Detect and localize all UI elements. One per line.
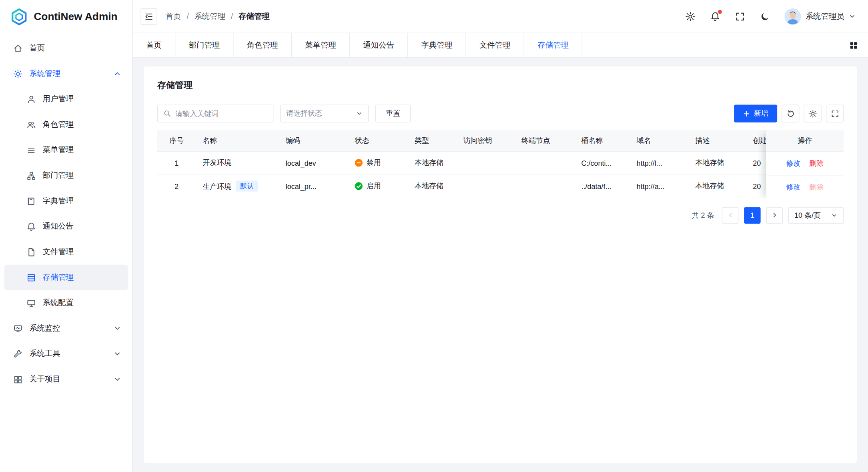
sidebar-item-notice[interactable]: 通知公告 [4, 214, 128, 239]
sidebar-item-storage-management[interactable]: 存储管理 [4, 265, 128, 290]
column-header-access-key: 访问密钥 [457, 130, 515, 151]
org-tree-icon [26, 171, 36, 181]
edit-link[interactable]: 修改 [786, 159, 800, 169]
sidebar-item-role-management[interactable]: 角色管理 [4, 112, 128, 137]
tab-label: 存储管理 [537, 40, 568, 50]
notifications-icon[interactable] [710, 11, 721, 22]
column-header-type: 类型 [408, 130, 457, 151]
tab-label: 首页 [146, 40, 162, 50]
tab-label: 文件管理 [479, 40, 510, 50]
user-menu[interactable]: 系统管理员 [784, 8, 856, 24]
cell-name: 生产环境默认 [196, 175, 279, 198]
tab-menu-management[interactable]: 菜单管理 [292, 33, 350, 57]
breadcrumb-item-system-management[interactable]: 系统管理 [194, 11, 225, 21]
tab-file-management[interactable]: 文件管理 [466, 33, 524, 57]
add-button[interactable]: 新增 [734, 104, 777, 122]
status-text: 禁用 [367, 158, 381, 168]
chevron-up-icon [114, 70, 121, 77]
sidebar-item-system-management[interactable]: 系统管理 [4, 61, 128, 86]
refresh-icon[interactable] [782, 104, 799, 122]
cell-access-key [457, 175, 515, 198]
dark-mode-icon[interactable] [760, 11, 771, 22]
sidebar-item-dictionary-management[interactable]: 字典管理 [4, 188, 128, 214]
cell-domain: http://l... [630, 151, 689, 175]
chevron-down-icon [849, 13, 856, 20]
storage-table: 序号 名称 编码 状态 类型 访问密钥 终端节点 桶名称 域名 描述 创建时间 [157, 130, 844, 198]
cell-endpoint [515, 175, 574, 198]
cell-index: 1 [157, 151, 196, 175]
tab-notice[interactable]: 通知公告 [350, 33, 408, 57]
sidebar-item-label: 菜单管理 [43, 145, 121, 155]
delete-link[interactable]: 删除 [809, 159, 824, 169]
table-row: 2 生产环境默认 local_pr... [157, 175, 829, 198]
home-icon [13, 44, 23, 53]
tab-home[interactable]: 首页 [133, 33, 176, 57]
page-title: 存储管理 [157, 80, 844, 91]
column-header-code: 编码 [279, 130, 348, 151]
sidebar-item-system-tools[interactable]: 系统工具 [4, 341, 128, 367]
breadcrumb-separator: / [231, 12, 233, 21]
brand[interactable]: ContiNew Admin [0, 0, 132, 33]
prev-page-button[interactable] [722, 207, 738, 223]
sidebar-item-department-management[interactable]: 部门管理 [4, 163, 128, 189]
default-badge: 默认 [236, 181, 258, 192]
sidebar-item-home[interactable]: 首页 [4, 36, 128, 61]
tab-dictionary-management[interactable]: 字典管理 [408, 33, 466, 57]
page-1-button[interactable]: 1 [744, 207, 760, 223]
sidebar-item-label: 系统管理 [29, 69, 107, 79]
menu-list-icon [26, 145, 36, 155]
desktop-icon [26, 298, 36, 308]
table-settings-icon[interactable] [804, 104, 822, 122]
sidebar-item-user-management[interactable]: 用户管理 [4, 86, 128, 112]
next-page-button[interactable] [766, 207, 782, 223]
chevron-down-icon [114, 350, 121, 358]
cell-status: 禁用 [348, 151, 408, 175]
pagination-total: 共 2 条 [692, 210, 714, 220]
sidebar-menu: 首页 系统管理 用户管理 角色 [0, 33, 132, 472]
tab-bar: 首页 部门管理 角色管理 菜单管理 通知公告 字典管理 文件管理 存储管理 [133, 33, 868, 58]
app-title: ContiNew Admin [34, 10, 117, 22]
tab-label: 字典管理 [421, 40, 452, 50]
chevron-down-icon [356, 110, 363, 117]
reset-button[interactable]: 重置 [375, 104, 411, 122]
sidebar-item-file-management[interactable]: 文件管理 [4, 239, 128, 265]
toolbar: 请选择状态 重置 新增 [157, 104, 844, 122]
chevron-down-icon [114, 376, 121, 383]
tab-role-management[interactable]: 角色管理 [234, 33, 292, 57]
breadcrumb-item-current: 存储管理 [239, 11, 269, 21]
header: 首页 / 系统管理 / 存储管理 [133, 0, 868, 33]
sidebar-item-label: 通知公告 [43, 221, 121, 231]
sidebar-item-label: 文件管理 [43, 247, 121, 257]
table-actions: 新增 [734, 104, 844, 122]
operation-cell: 修改 删除 [766, 176, 844, 198]
tab-storage-management[interactable]: 存储管理 [524, 33, 582, 57]
username: 系统管理员 [806, 11, 844, 21]
sidebar-item-about-project[interactable]: 关于项目 [4, 367, 128, 392]
tab-department-management[interactable]: 部门管理 [176, 33, 234, 57]
sidebar-item-label: 关于项目 [29, 374, 107, 384]
sidebar-item-system-config[interactable]: 系统配置 [4, 290, 128, 316]
search-input[interactable] [176, 109, 268, 118]
sidebar-item-label: 系统监控 [29, 323, 107, 333]
tab-label: 部门管理 [189, 40, 220, 50]
edit-link[interactable]: 修改 [786, 182, 800, 192]
table-fullscreen-icon[interactable] [826, 104, 844, 122]
sidebar-item-system-monitor[interactable]: 系统监控 [4, 315, 128, 341]
status-select[interactable]: 请选择状态 [280, 104, 369, 122]
app-logo-icon [10, 8, 28, 26]
cell-status: 启用 [348, 175, 408, 198]
settings-icon[interactable] [685, 11, 696, 22]
search-icon [163, 110, 171, 117]
operation-column: 操作 修改 删除 修改 删除 [766, 130, 844, 198]
wrench-icon [13, 349, 23, 359]
sidebar-item-menu-management[interactable]: 菜单管理 [4, 137, 128, 163]
fullscreen-icon[interactable] [735, 11, 746, 22]
cell-bucket: ../data/f... [575, 175, 630, 198]
chevron-down-icon [114, 325, 121, 332]
breadcrumb-item-home[interactable]: 首页 [166, 11, 181, 21]
page-content: 存储管理 请选择状态 重置 [133, 58, 868, 472]
page-size-select[interactable]: 10 条/页 [788, 207, 844, 223]
sidebar-collapse-button[interactable] [140, 8, 157, 24]
cell-index: 2 [157, 175, 196, 198]
layout-grid-icon[interactable] [839, 33, 868, 57]
